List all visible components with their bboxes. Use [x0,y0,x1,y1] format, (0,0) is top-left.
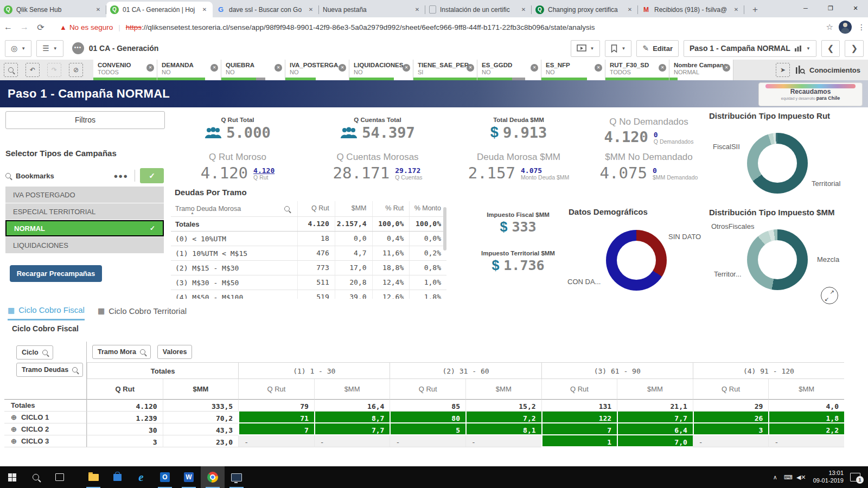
dimension-cell[interactable]: (3) M$30 - M$50 [171,279,297,287]
kpi-q-rut-total[interactable]: Q Rut Total5.000 [167,117,308,141]
pivot-subheader[interactable]: Q Rut [87,379,163,400]
tab-close-icon[interactable]: ✕ [200,5,209,14]
table-scrollbar[interactable] [443,207,446,251]
donut-chart[interactable] [747,133,808,194]
fullscreen-toggle-button[interactable]: ↗ ↙ [821,287,838,304]
kpi-impuesto-fiscal[interactable]: Impuesto Fiscal $MM $333 [464,211,572,235]
bookmarks-button[interactable]: ▼ [605,40,631,57]
kpi-total-deuda-mm[interactable]: Total Deuda $MM$9.913 [448,117,589,141]
filter-chip-nombre-campana[interactable]: Nombre CampanaNORMAL✕ [669,60,733,80]
browser-tab[interactable]: QChanging proxy certifica✕ [532,2,638,17]
filter-chip-es-nfp[interactable]: ES_NFPNO✕ [541,60,605,80]
filter-chip-tiene-sae-per-[interactable]: TIENE_SAE_PER...SI✕ [413,60,477,80]
store-button[interactable] [105,466,129,488]
task-view-button[interactable] [48,466,72,488]
kpi--mm-no-demandado[interactable]: $MM No Demandado4.0750$MM Demandado [573,152,725,182]
kpi-impuesto-territorial[interactable]: Impuesto Territorial $MM $1.736 [464,250,572,273]
network-icon[interactable]: ⌨ [783,474,794,481]
filter-chip-convenio[interactable]: CONVENIOTODOS✕ [93,60,157,80]
prev-sheet-button[interactable]: ❮ [821,40,840,57]
tab-close-icon[interactable]: ✕ [732,5,741,14]
deudas-por-tramo-table[interactable]: Deudas Por Tramo Tramo Deuda Morosa▲Q Ru… [171,187,446,299]
security-warning-icon[interactable]: ▲ [60,23,67,31]
campaign-item-especial-territorial[interactable]: ESPECIAL TERRITORIAL [5,203,164,220]
new-tab-button[interactable]: + [748,2,763,17]
maximize-icon[interactable]: ❐ [818,0,843,17]
reload-icon[interactable]: ⟳ [33,22,49,33]
taskbar-clock[interactable]: 13:01 09-01-2019 [809,470,848,485]
column-header[interactable]: $MM [335,201,372,216]
pivot-subheader[interactable]: $MM [314,379,390,400]
expand-plus-icon[interactable]: ⊕ [11,437,17,445]
pivot-subheader[interactable]: Q Rut [238,379,314,400]
browser-tab[interactable]: Gdave ssl - Buscar con Go✕ [213,2,319,17]
profile-avatar[interactable] [839,21,852,34]
storytelling-button[interactable]: ▼ [571,40,601,57]
remote-desktop-button[interactable] [225,466,248,488]
pivot-row-label[interactable]: ⊕CICLO 1 [4,412,87,423]
campaign-item-iva-postergado[interactable]: IVA POSTERGADO [5,187,164,203]
outlook-button[interactable]: O [153,466,177,488]
dimension-chip-tramo-deudas[interactable]: Tramo Deudas [16,363,83,377]
dimension-chip-ciclo[interactable]: Ciclo [16,345,53,359]
table-row[interactable]: (4) M$50 - M$10051939,012,6%1,8% [171,290,446,299]
pivot-subheader[interactable]: $MM [768,379,844,400]
browser-tab[interactable]: Instalación de un certific✕ [425,2,532,17]
kpi-q-cuentas-morosas[interactable]: Q Cuentas Morosas28.17129.172Q Cuentas [302,152,454,182]
chip-close-icon[interactable]: ✕ [275,64,282,72]
word-button[interactable]: W [177,466,201,488]
search-icon[interactable] [284,206,290,211]
pivot-subheader[interactable]: Q Rut [390,379,465,400]
taskbar-search-button[interactable] [24,466,48,488]
tab-close-icon[interactable]: ✕ [626,5,634,14]
campaign-item-normal[interactable]: NORMAL✓ [5,220,164,236]
selections-tool-icon[interactable]: ➤ [776,63,790,77]
clear-selections-button[interactable]: ⊘ [65,60,87,80]
back-icon[interactable]: ← [0,22,16,32]
browser-tab[interactable]: Nueva pestaña✕ [319,2,425,17]
filter-chip-rut-f30-sd[interactable]: RUT_F30_SDTODOS✕ [605,60,669,80]
filter-chip-demanda[interactable]: DEMANDANO✕ [157,60,221,80]
chart-datos-demogr-ficos[interactable]: Datos DemográficosSIN DATOCON DA... [564,203,705,304]
dimension-chip-tramo-mora[interactable]: Tramo Mora [92,345,151,359]
browser-menu-icon[interactable]: ⋮ [855,23,868,31]
chart-distribuci-n-tipo-impuesto-rut[interactable]: Distribución Tipo Impuesto RutFiscalSIIT… [705,107,846,203]
next-sheet-button[interactable]: ❯ [845,40,864,57]
volume-muted-icon[interactable]: ◀✕ [796,474,807,481]
column-header[interactable]: % Rut [372,201,410,216]
insights-button[interactable]: Conocimientos [795,66,860,74]
filter-chip-liquidaciones[interactable]: LIQUIDACIONESNO✕ [349,60,413,80]
chip-close-icon[interactable]: ✕ [146,64,154,72]
chip-close-icon[interactable]: ✕ [595,64,602,72]
action-center-icon[interactable]: 1 [850,473,860,481]
table-row[interactable]: (1) 10%UTM < M$154764,711,6%0,2% [171,246,446,261]
pivot-row-label[interactable]: ⊕CICLO 2 [4,423,87,435]
chip-close-icon[interactable]: ✕ [339,64,346,72]
smart-search-button[interactable] [0,60,22,80]
forward-icon[interactable]: → [16,22,33,32]
browser-tab[interactable]: QQlik Sense Hub✕ [0,2,106,17]
expand-plus-icon[interactable]: ⊕ [11,413,17,421]
chip-close-icon[interactable]: ✕ [403,64,410,72]
kpi-deuda-morosa-mm[interactable]: Deuda Morosa $MM2.1574.075Monto Deuda $M… [443,152,595,182]
more-options-icon[interactable]: ●●● [113,172,128,180]
security-warning-text[interactable]: No es seguro [69,23,113,31]
kpi-q-no-demandados[interactable]: Q No Demandados4.1200Q Demandados [578,117,719,145]
column-header-tramo[interactable]: Tramo Deuda Morosa▲ [171,205,297,213]
sheet-list-button[interactable]: ☰ ▼ [36,40,63,57]
pivot-subheader[interactable]: $MM [617,379,693,400]
redo-selection-button[interactable]: ↷ [43,60,65,80]
tab-close-icon[interactable]: ✕ [519,5,528,14]
campaign-item-liquidaciones[interactable]: LIQUIDACIONES [5,237,164,253]
tab-close-icon[interactable]: ✕ [94,5,103,14]
kpi-q-rut-moroso[interactable]: Q Rut Moroso4.1204.120Q Rut [162,152,314,182]
internet-explorer-button[interactable]: e [129,466,153,488]
sheet-title-button[interactable]: Paso 1 - Campaña NORMAL ▼ [684,40,816,57]
expand-plus-icon[interactable]: ⊕ [11,425,17,433]
bookmark-star-icon[interactable]: ☆ [826,22,833,32]
browser-tab[interactable]: MRecibidos (918) - fsilva@✕ [638,2,744,17]
start-button[interactable] [0,466,24,488]
browser-tab[interactable]: Q01 CA - Generación | Hoj✕ [106,2,213,17]
table-row[interactable]: (3) M$30 - M$5051120,812,4%1,0% [171,275,446,290]
chip-close-icon[interactable]: ✕ [531,64,538,72]
